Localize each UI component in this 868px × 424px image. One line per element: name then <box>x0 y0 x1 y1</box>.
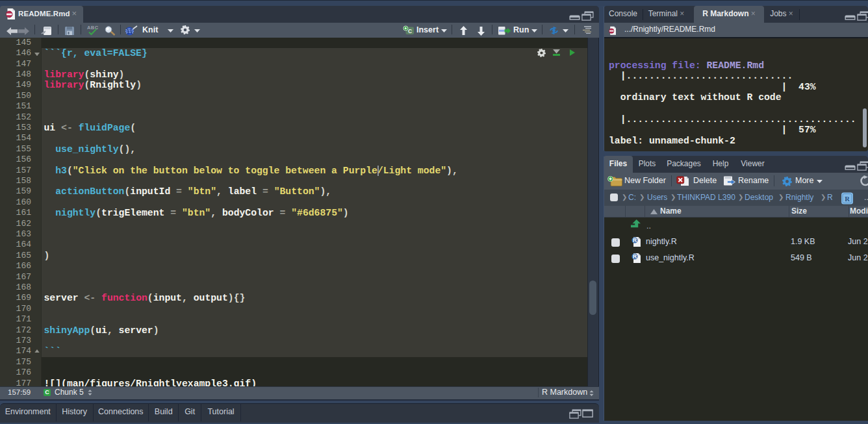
svg-text:R: R <box>633 253 637 260</box>
svg-text:R: R <box>845 195 850 202</box>
svg-text:R: R <box>633 237 637 243</box>
svg-text:C: C <box>408 28 412 34</box>
